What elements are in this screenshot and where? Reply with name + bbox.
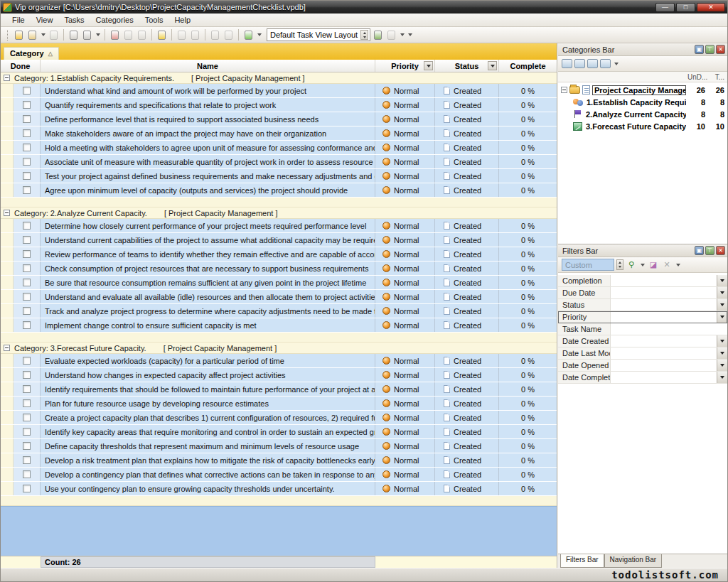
categories-toolbar-more-icon[interactable] — [613, 58, 619, 70]
filters-toolbar-more-icon[interactable] — [675, 259, 681, 271]
menu-item-view[interactable]: View — [31, 14, 59, 26]
task-checkbox[interactable] — [23, 293, 31, 301]
priority-cell[interactable]: Normal — [375, 304, 435, 318]
filter-dropdown-icon[interactable] — [717, 372, 727, 383]
priority-cell[interactable]: Normal — [375, 439, 435, 453]
status-cell[interactable]: Created — [435, 126, 499, 140]
complete-cell[interactable]: 0 % — [499, 84, 557, 97]
delete-layout-icon[interactable] — [385, 29, 397, 41]
complete-cell[interactable]: 0 % — [499, 439, 557, 453]
outdent-icon[interactable] — [223, 29, 235, 41]
filter-row-date-opened[interactable]: Date Opened — [558, 360, 727, 372]
filter-dropdown-icon[interactable] — [717, 287, 727, 298]
menu-item-help[interactable]: Help — [168, 14, 196, 26]
minimize-button[interactable]: — — [655, 3, 675, 12]
task-checkbox[interactable] — [23, 264, 31, 272]
menu-item-file[interactable]: File — [6, 14, 31, 26]
task-name-cell[interactable]: Understand current capabilities of the p… — [41, 233, 375, 247]
task-checkbox[interactable] — [23, 371, 31, 379]
complete-cell[interactable]: 0 % — [499, 141, 557, 154]
task-name-cell[interactable]: Use your contingency plan to ensure grow… — [41, 482, 375, 495]
filter-row-status[interactable]: Status — [558, 299, 727, 311]
complete-cell[interactable]: 0 % — [499, 98, 557, 112]
delete-task-icon[interactable] — [109, 29, 121, 41]
tree-category-row[interactable]: 2.Analyze Current Capacity.88 — [558, 108, 727, 120]
status-cell[interactable]: Created — [435, 382, 499, 396]
task-name-cell[interactable]: Make stakeholders aware of an impact the… — [41, 126, 375, 140]
priority-cell[interactable]: Normal — [375, 276, 435, 289]
task-name-cell[interactable]: Understand how changes in expected capac… — [41, 368, 375, 382]
apply-filter-dropdown-icon[interactable] — [639, 259, 646, 271]
status-cell[interactable]: Created — [435, 169, 499, 183]
status-cell[interactable]: Created — [435, 318, 499, 332]
category-group-row[interactable]: Category: 1.Establish Capacity Requireme… — [1, 72, 557, 84]
task-name-cell[interactable]: Agree upon minimum level of capacity (ou… — [41, 183, 375, 197]
filter-dropdown-icon[interactable] — [717, 275, 727, 286]
priority-cell[interactable]: Normal — [375, 112, 435, 126]
task-name-cell[interactable]: Associate unit of measure with measurabl… — [41, 155, 375, 168]
filter-row-priority[interactable]: Priority — [558, 311, 727, 323]
task-checkbox[interactable] — [23, 357, 31, 365]
complete-cell[interactable]: 0 % — [499, 233, 557, 247]
priority-cell[interactable]: Normal — [375, 368, 435, 382]
panel-menu-icon[interactable]: ▣ — [695, 45, 704, 54]
status-cell[interactable]: Created — [435, 262, 499, 275]
save-layout-icon[interactable] — [372, 29, 384, 41]
complete-cell[interactable]: 0 % — [499, 155, 557, 168]
filter-dropdown-icon[interactable] — [717, 347, 727, 359]
panel-pin-icon[interactable]: ⊤ — [705, 246, 714, 255]
task-name-cell[interactable]: Evaluate expected workloads (capacity) f… — [41, 354, 375, 367]
task-row[interactable]: Check consumption of project resources t… — [1, 262, 557, 276]
filter-row-date-created[interactable]: Date Created — [558, 335, 727, 347]
status-cell[interactable]: Created — [435, 439, 499, 453]
priority-cell[interactable]: Normal — [375, 126, 435, 140]
priority-cell[interactable]: Normal — [375, 290, 435, 303]
task-checkbox[interactable] — [23, 414, 31, 421]
tree-category-row[interactable]: 1.Establish Capacity Require88 — [558, 96, 727, 108]
panel-menu-icon[interactable]: ▣ — [695, 246, 704, 255]
collapse-icon[interactable] — [4, 210, 10, 216]
priority-cell[interactable]: Normal — [375, 411, 435, 424]
column-header-done[interactable]: Done — [1, 60, 41, 72]
status-cell[interactable]: Created — [435, 354, 499, 367]
complete-cell[interactable]: 0 % — [499, 290, 557, 303]
task-checkbox[interactable] — [23, 186, 31, 194]
task-row[interactable]: Understand and evaluate all available (i… — [1, 290, 557, 304]
status-cell[interactable]: Created — [435, 290, 499, 303]
column-header-complete[interactable]: Complete — [499, 60, 557, 72]
print-setup-icon-caret[interactable] — [95, 29, 101, 41]
new-item-dropdown-icon[interactable] — [26, 29, 38, 41]
status-cell[interactable]: Created — [435, 304, 499, 318]
complete-cell[interactable]: 0 % — [499, 382, 557, 396]
filter-dropdown-icon[interactable] — [717, 335, 727, 347]
task-name-cell[interactable]: Define performance level that is require… — [41, 112, 375, 126]
menu-item-categories[interactable]: Categories — [90, 14, 139, 26]
status-cell[interactable]: Created — [435, 276, 499, 289]
filter-value-field[interactable] — [611, 311, 717, 323]
edit-task-icon[interactable] — [122, 29, 134, 41]
filter-value-field[interactable] — [611, 335, 717, 347]
status-cell[interactable]: Created — [435, 482, 499, 495]
priority-cell[interactable]: Normal — [375, 84, 435, 97]
filter-row-task-name[interactable]: Task Name — [558, 323, 727, 335]
task-name-cell[interactable]: Test your project against defined busine… — [41, 169, 375, 183]
complete-cell[interactable]: 0 % — [499, 411, 557, 424]
move-down-icon[interactable] — [189, 29, 201, 41]
status-cell[interactable]: Created — [435, 84, 499, 97]
status-cell[interactable]: Created — [435, 155, 499, 168]
delete-layout-icon-caret[interactable] — [399, 29, 405, 41]
task-row[interactable]: Develop a risk treatment plan that expla… — [1, 453, 557, 468]
task-row[interactable]: Hold a meeting with stakeholders to agre… — [1, 141, 557, 155]
status-cell[interactable]: Created — [435, 453, 499, 467]
tab-navigation-bar[interactable]: Navigation Bar — [604, 554, 663, 568]
task-name-cell[interactable]: Define capacity thresholds that represen… — [41, 439, 375, 453]
category-group-row[interactable]: Category: 2.Analyze Current Capacity.[ P… — [1, 208, 557, 219]
new-subcategory-icon[interactable] — [574, 59, 585, 68]
task-row[interactable]: Test your project against defined busine… — [1, 169, 557, 183]
task-checkbox[interactable] — [23, 279, 31, 286]
undone-column-header[interactable]: UnD... — [687, 73, 706, 81]
task-name-cell[interactable]: Plan for future resource usage by develo… — [41, 397, 375, 410]
filter-dropdown-icon[interactable] — [717, 360, 727, 371]
column-header-priority[interactable]: Priority — [375, 60, 435, 72]
task-row[interactable]: Define performance level that is require… — [1, 112, 557, 126]
